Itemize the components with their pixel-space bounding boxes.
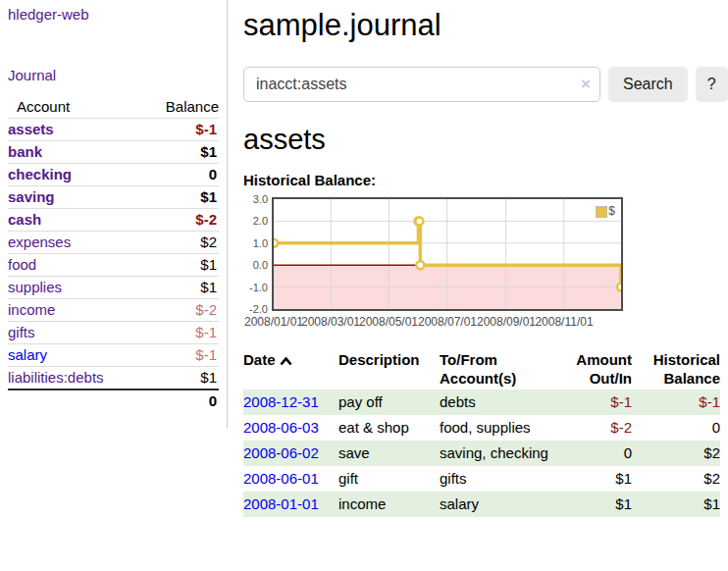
register-row: 2008-01-01incomesalary$1$1	[243, 492, 720, 517]
register-header-historical: HistoricalBalance	[632, 348, 720, 389]
account-row: salary$-1	[8, 344, 219, 367]
chart-ytick-label: 0.0	[243, 260, 268, 271]
search-button[interactable]: Search	[608, 67, 688, 102]
chart-legend: $	[595, 204, 616, 219]
account-link[interactable]: gifts	[8, 324, 35, 340]
account-balance: $-1	[143, 119, 219, 141]
account-row: liabilities:debts$1	[8, 367, 219, 390]
search-input[interactable]	[243, 67, 600, 102]
register-description: save	[338, 441, 440, 466]
register-date-link[interactable]: 2008-01-01	[243, 495, 319, 512]
account-row: expenses$2	[8, 232, 219, 254]
register-header-date[interactable]: Date	[243, 348, 338, 389]
accounts-header-account: Account	[8, 96, 143, 119]
register-balance: $-1	[632, 389, 720, 415]
register-balance: $2	[632, 441, 720, 466]
register-accounts: salary	[440, 492, 551, 517]
chart-plot-area: $	[272, 197, 623, 311]
account-balance: $2	[143, 232, 219, 254]
account-link[interactable]: liabilities:debts	[8, 369, 104, 386]
account-link[interactable]: assets	[8, 121, 54, 137]
register-amount: $-2	[551, 415, 632, 441]
account-balance: $-1	[143, 344, 219, 367]
chart-ytick-label: -1.0	[243, 283, 268, 293]
account-row: food$1	[8, 254, 219, 277]
account-balance: $1	[143, 367, 219, 390]
account-balance: $1	[143, 186, 219, 209]
account-link[interactable]: food	[8, 256, 36, 273]
accounts-total-row: 0	[8, 389, 219, 412]
register-date-link[interactable]: 2008-06-03	[243, 419, 319, 436]
sidebar: hledger-web Journal Account Balance asse…	[0, 0, 228, 428]
account-row: saving$1	[8, 186, 219, 209]
chart-xtick-label: 2008/09/01	[475, 315, 538, 329]
register-header-description: Description	[338, 348, 440, 389]
register-description: income	[338, 492, 440, 517]
register-header-tofrom: To/FromAccount(s)	[440, 348, 551, 389]
page-title: sample.journal	[243, 8, 720, 43]
account-link[interactable]: expenses	[8, 234, 71, 250]
register-header-amount: AmountOut/In	[551, 348, 632, 389]
register-description: pay off	[338, 389, 440, 415]
register-date-link[interactable]: 2008-12-31	[243, 393, 319, 410]
data-point-marker	[274, 239, 278, 247]
register-row: 2008-06-01giftgifts$1$2	[243, 466, 720, 492]
data-point-marker	[617, 284, 621, 291]
accounts-total-value: 0	[143, 389, 219, 412]
account-link[interactable]: checking	[8, 166, 72, 182]
chart-xtick-label: 2008/05/01	[357, 315, 420, 329]
account-link[interactable]: bank	[8, 143, 42, 160]
app-title-link[interactable]: hledger-web	[8, 6, 89, 23]
account-link[interactable]: income	[8, 301, 55, 318]
register-balance: $1	[632, 492, 720, 517]
account-link[interactable]: cash	[8, 211, 41, 228]
chart-canvas	[274, 199, 621, 309]
account-balance: $-2	[143, 299, 219, 322]
register-accounts: food, supplies	[440, 415, 551, 441]
nav-journal-link[interactable]: Journal	[8, 67, 56, 83]
register-date-link[interactable]: 2008-06-02	[243, 444, 319, 461]
register-balance: 0	[632, 415, 720, 441]
account-balance: $1	[143, 277, 219, 299]
account-heading: assets	[243, 123, 720, 156]
accounts-table: Account Balance assets$-1bank$1checking0…	[8, 96, 219, 412]
account-balance: $-2	[143, 209, 219, 232]
legend-swatch-icon	[596, 206, 607, 218]
account-balance: $-1	[143, 322, 219, 344]
register-description: gift	[338, 466, 440, 492]
account-row: gifts$-1	[8, 322, 219, 344]
account-link[interactable]: saving	[8, 188, 55, 205]
register-row: 2008-06-02savesaving, checking0$2	[243, 441, 720, 466]
account-row: bank$1	[8, 141, 219, 164]
balance-chart: 3.02.01.00.0-1.0-2.0$2008/01/012008/03/0…	[243, 197, 720, 335]
account-row: checking0	[8, 164, 219, 186]
chart-xtick-label: 2008/07/01	[416, 315, 479, 329]
chart-xtick-label: 2008/03/01	[299, 315, 362, 329]
account-row: cash$-2	[8, 209, 219, 232]
chart-xtick-label: 2008/01/01	[242, 315, 305, 329]
main-content: sample.journal × Search ? assets Histori…	[243, 0, 720, 517]
register-balance: $2	[632, 466, 720, 492]
register-description: eat & shop	[338, 415, 440, 441]
chart-title: Historical Balance:	[243, 172, 720, 188]
account-row: income$-2	[8, 299, 219, 322]
sort-asc-icon	[280, 357, 292, 366]
account-link[interactable]: salary	[8, 346, 47, 363]
data-point-marker	[416, 261, 424, 269]
account-row: assets$-1	[8, 119, 219, 141]
account-link[interactable]: supplies	[8, 279, 62, 295]
register-amount: 0	[551, 441, 632, 466]
data-point-marker	[415, 217, 423, 225]
chart-ytick-label: -2.0	[243, 304, 268, 315]
account-balance: $1	[143, 254, 219, 277]
clear-search-icon[interactable]: ×	[581, 75, 591, 94]
chart-xtick-label: 2008/11/01	[533, 315, 596, 329]
account-balance: $1	[143, 141, 219, 164]
help-button[interactable]: ?	[696, 67, 728, 102]
register-date-link[interactable]: 2008-06-01	[243, 470, 319, 487]
legend-label: $	[608, 205, 615, 218]
account-balance: 0	[143, 164, 219, 186]
register-amount: $-1	[551, 389, 632, 415]
register-accounts: saving, checking	[440, 441, 551, 466]
accounts-header-balance: Balance	[143, 96, 219, 119]
